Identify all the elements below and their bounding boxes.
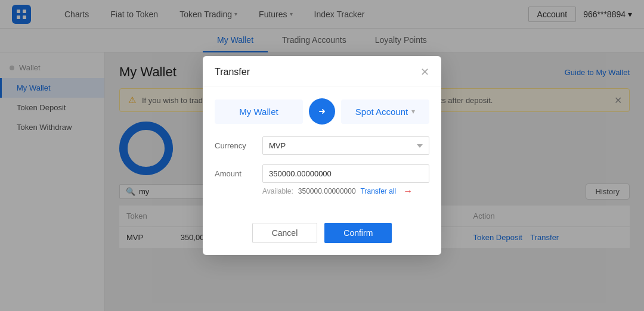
modal-footer: Cancel Confirm	[203, 218, 441, 255]
amount-label: Amount	[215, 164, 262, 178]
amount-control: Available: 350000.00000000 Transfer all …	[262, 164, 429, 197]
arrow-indicator-icon: →	[403, 186, 413, 197]
confirm-button[interactable]: Confirm	[324, 223, 392, 243]
transfer-from-account: My Wallet	[215, 99, 303, 124]
modal-title: Transfer	[215, 67, 250, 77]
amount-input[interactable]	[262, 164, 429, 183]
transfer-to-account[interactable]: Spot Account ▾	[341, 99, 429, 124]
currency-select[interactable]: MVP	[262, 136, 429, 155]
available-label: Available:	[262, 187, 293, 195]
available-value: 350000.00000000	[298, 187, 356, 195]
modal-header: Transfer ✕	[203, 56, 441, 86]
currency-label: Currency	[215, 136, 262, 150]
amount-row: Amount Available: 350000.00000000 Transf…	[215, 164, 429, 197]
to-account-chevron-icon: ▾	[411, 107, 415, 116]
available-row: Available: 350000.00000000 Transfer all …	[262, 186, 429, 197]
modal-body: My Wallet Spot Account ▾ Currency	[203, 86, 441, 218]
currency-control: MVP	[262, 136, 429, 155]
transfer-direction-row: My Wallet Spot Account ▾	[215, 98, 429, 125]
modal-overlay: Transfer ✕ My Wallet Spot Account ▾	[0, 0, 644, 311]
modal-close-icon[interactable]: ✕	[420, 66, 429, 79]
transfer-modal: Transfer ✕ My Wallet Spot Account ▾	[203, 56, 441, 255]
cancel-button[interactable]: Cancel	[252, 223, 318, 243]
transfer-arrow-icon[interactable]	[309, 98, 335, 125]
transfer-all-link[interactable]: Transfer all	[361, 187, 397, 195]
transfer-direction-icon	[315, 105, 329, 118]
currency-row: Currency MVP	[215, 136, 429, 155]
